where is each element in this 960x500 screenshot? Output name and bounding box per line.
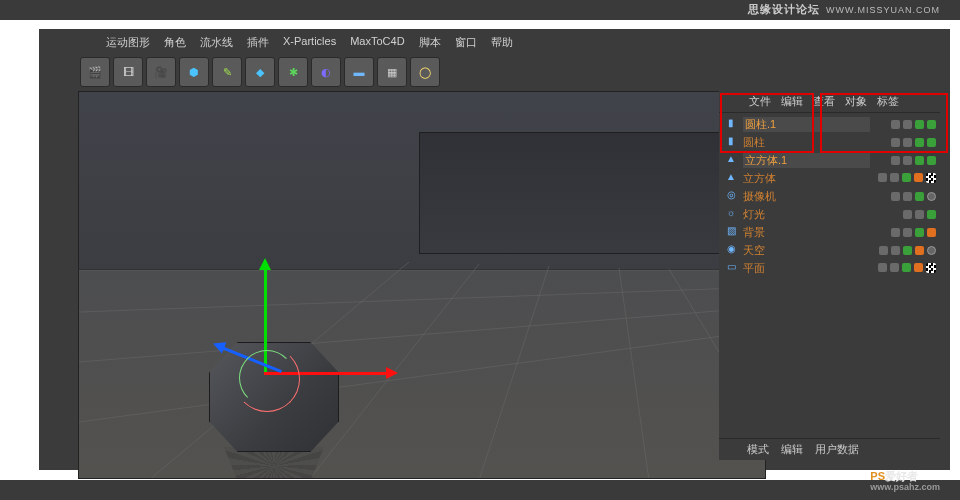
attr-tab[interactable]: 用户数据	[815, 442, 859, 457]
object-label[interactable]: 摄像机	[743, 189, 870, 204]
object-tags[interactable]	[870, 120, 940, 129]
tag-dot[interactable]	[926, 263, 936, 273]
object-row[interactable]: ▮圆柱.1	[719, 115, 940, 133]
object-row[interactable]: ▲立方体	[719, 169, 940, 187]
menu-脚本[interactable]: 脚本	[419, 35, 441, 50]
object-row[interactable]: ▧背景	[719, 223, 940, 241]
menu-帮助[interactable]: 帮助	[491, 35, 513, 50]
tag-dot[interactable]	[891, 138, 900, 147]
viewport-3d[interactable]: ✥ ⤢ ⟳ ▣	[78, 91, 766, 479]
tag-dot[interactable]	[903, 246, 912, 255]
om-tab[interactable]: 对象	[845, 94, 867, 109]
tag-dot[interactable]	[927, 210, 936, 219]
tool-cube-icon[interactable]: ⬢	[179, 57, 209, 87]
object-tags[interactable]	[870, 192, 940, 201]
tag-dot[interactable]	[903, 120, 912, 129]
tag-dot[interactable]	[915, 120, 924, 129]
attr-tab[interactable]: 模式	[747, 442, 769, 457]
svg-line-4	[619, 268, 649, 478]
object-tags[interactable]	[870, 228, 940, 237]
tag-dot[interactable]	[926, 173, 936, 183]
om-tab[interactable]: 编辑	[781, 94, 803, 109]
tool-array-icon[interactable]: ✱	[278, 57, 308, 87]
om-tab[interactable]: 标签	[877, 94, 899, 109]
tag-dot[interactable]	[903, 210, 912, 219]
object-tags[interactable]	[870, 263, 940, 273]
object-row[interactable]: ▭平面	[719, 259, 940, 277]
object-label[interactable]: 立方体.1	[743, 153, 870, 168]
tool-deform-icon[interactable]: ◐	[311, 57, 341, 87]
tool-floor-icon[interactable]: ▬	[344, 57, 374, 87]
object-tree[interactable]: ▮圆柱.1▮圆柱▲立方体.1▲立方体◎摄像机☼灯光▧背景◉天空▭平面	[719, 113, 940, 279]
tag-dot[interactable]	[902, 173, 911, 182]
tool-clap1-icon[interactable]: 🎞	[113, 57, 143, 87]
tag-dot[interactable]	[914, 173, 923, 182]
object-tags[interactable]	[870, 138, 940, 147]
tag-dot[interactable]	[903, 138, 912, 147]
tool-clap2-icon[interactable]: 🎥	[146, 57, 176, 87]
menu-流水线[interactable]: 流水线	[200, 35, 233, 50]
tag-dot[interactable]	[915, 138, 924, 147]
object-label[interactable]: 天空	[743, 243, 870, 258]
tool-light-icon[interactable]: ◯	[410, 57, 440, 87]
selected-mesh[interactable]	[209, 342, 339, 452]
tag-dot[interactable]	[902, 263, 911, 272]
tag-dot[interactable]	[927, 120, 936, 129]
tag-dot[interactable]	[927, 246, 936, 255]
object-row[interactable]: ◎摄像机	[719, 187, 940, 205]
tag-dot[interactable]	[903, 192, 912, 201]
tool-record-icon[interactable]: 🎬	[80, 57, 110, 87]
svg-line-6	[79, 287, 765, 312]
menu-窗口[interactable]: 窗口	[455, 35, 477, 50]
menu-运动图形[interactable]: 运动图形	[106, 35, 150, 50]
tag-dot[interactable]	[891, 156, 900, 165]
attr-tab[interactable]: 编辑	[781, 442, 803, 457]
object-label[interactable]: 平面	[743, 261, 870, 276]
tool-subd-icon[interactable]: ◆	[245, 57, 275, 87]
tool-camera-icon[interactable]: ▦	[377, 57, 407, 87]
menu-X-Particles[interactable]: X-Particles	[283, 35, 336, 50]
menu-插件[interactable]: 插件	[247, 35, 269, 50]
tag-dot[interactable]	[903, 156, 912, 165]
tag-dot[interactable]	[878, 173, 887, 182]
object-row[interactable]: ▲立方体.1	[719, 151, 940, 169]
object-label[interactable]: 灯光	[743, 207, 870, 222]
tag-dot[interactable]	[915, 210, 924, 219]
object-tags[interactable]	[870, 173, 940, 183]
tag-dot[interactable]	[891, 228, 900, 237]
tag-dot[interactable]	[915, 246, 924, 255]
om-tab[interactable]: 文件	[749, 94, 771, 109]
tag-dot[interactable]	[927, 138, 936, 147]
object-row[interactable]: ◉天空	[719, 241, 940, 259]
tag-dot[interactable]	[927, 228, 936, 237]
tag-dot[interactable]	[927, 192, 936, 201]
tag-dot[interactable]	[890, 263, 899, 272]
object-row[interactable]: ☼灯光	[719, 205, 940, 223]
tag-dot[interactable]	[891, 246, 900, 255]
tag-dot[interactable]	[914, 263, 923, 272]
tag-dot[interactable]	[891, 120, 900, 129]
object-tags[interactable]	[870, 156, 940, 165]
object-label[interactable]: 立方体	[743, 171, 870, 186]
cam-icon: ◎	[723, 189, 739, 203]
tag-dot[interactable]	[915, 228, 924, 237]
tag-dot[interactable]	[927, 156, 936, 165]
object-tags[interactable]	[870, 210, 940, 219]
om-tab[interactable]: 查看	[813, 94, 835, 109]
svg-line-3	[479, 266, 549, 478]
menu-MaxToC4D[interactable]: MaxToC4D	[350, 35, 404, 50]
object-label[interactable]: 圆柱	[743, 135, 870, 150]
tag-dot[interactable]	[915, 156, 924, 165]
tag-dot[interactable]	[879, 246, 888, 255]
tag-dot[interactable]	[903, 228, 912, 237]
object-label[interactable]: 背景	[743, 225, 870, 240]
tag-dot[interactable]	[890, 173, 899, 182]
tag-dot[interactable]	[915, 192, 924, 201]
object-row[interactable]: ▮圆柱	[719, 133, 940, 151]
menu-角色[interactable]: 角色	[164, 35, 186, 50]
tag-dot[interactable]	[878, 263, 887, 272]
tool-pen-icon[interactable]: ✎	[212, 57, 242, 87]
object-tags[interactable]	[870, 246, 940, 255]
tag-dot[interactable]	[891, 192, 900, 201]
object-label[interactable]: 圆柱.1	[743, 117, 870, 132]
